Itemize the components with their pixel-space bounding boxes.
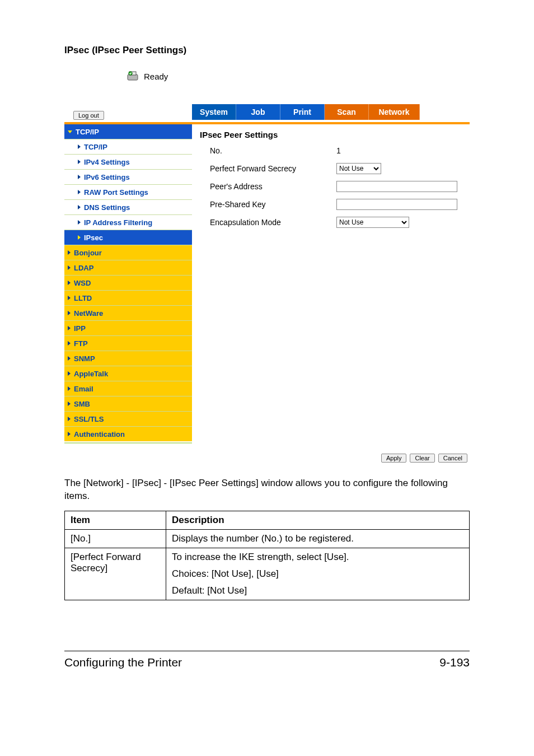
sidebar-item-authentication[interactable]: Authentication [64,426,192,441]
sidebar-sub-ipv6[interactable]: IPv6 Settings [64,169,192,184]
content-panel: IPsec Peer Settings No. 1 Perfect Forwar… [192,124,470,444]
chevron-right-icon [78,175,81,179]
chevron-right-icon [68,296,71,300]
chevron-right-icon [78,220,81,225]
table-cell-desc: To increase the IKE strength, select [Us… [166,548,470,600]
label-psk: Pre-Shared Key [200,200,336,209]
sidebar-item-label: Email [74,385,93,393]
desc-line: Default: [Not Use] [172,585,463,596]
cancel-button[interactable]: Cancel [438,454,467,463]
sidebar-item-lltd[interactable]: LLTD [64,290,192,305]
desc-line: To increase the IKE strength, select [Us… [172,552,463,563]
sidebar-item-label: IPsec [84,234,103,242]
footer-right: 9-193 [439,656,470,669]
sidebar-item-ldap[interactable]: LDAP [64,260,192,275]
tab-job[interactable]: Job [236,104,280,120]
table-header-description: Description [166,511,470,529]
sidebar-sub-ipsec[interactable]: IPsec [64,230,192,245]
sidebar-item-smb[interactable]: SMB [64,396,192,411]
sidebar-sub-rawport[interactable]: RAW Port Settings [64,184,192,199]
tab-system[interactable]: System [192,104,236,120]
chevron-right-icon [68,341,71,346]
status-bar: Ready [64,66,470,86]
sidebar-item-label: IP Address Filtering [84,218,152,227]
label-pfs: Perfect Forward Secrecy [200,164,336,173]
tab-scan[interactable]: Scan [325,104,369,120]
sidebar-item-label: LLTD [74,294,92,302]
chevron-right-icon [78,190,81,194]
tab-print[interactable]: Print [280,104,325,120]
sidebar-item-wsd[interactable]: WSD [64,275,192,290]
label-peer-address: Peer's Address [200,182,336,191]
chevron-right-icon [78,160,81,164]
sidebar-item-label: WSD [74,279,91,287]
label-encapsulation: Encapsulation Mode [200,218,336,227]
table-cell-item: [Perfect Forward Secrecy] [65,548,166,600]
table-row: [Perfect Forward Secrecy] To increase th… [65,548,470,600]
sidebar-item-label: AppleTalk [74,370,108,378]
section-title: IPsec (IPsec Peer Settings) [64,45,470,56]
printer-ready-icon [126,70,139,82]
app-window: Ready Log out System Job Print Scan Netw… [64,66,470,463]
input-peer-address[interactable] [336,181,457,192]
select-pfs[interactable]: Not Use [336,163,381,174]
sidebar-item-label: FTP [74,339,88,348]
chevron-right-icon [68,265,71,270]
sidebar-item-label: SNMP [74,354,95,363]
tab-network[interactable]: Network [369,104,420,120]
chevron-right-icon [68,326,71,330]
tab-bar: System Job Print Scan Network [192,104,420,120]
sidebar-item-label: LDAP [74,264,93,272]
clear-button[interactable]: Clear [410,454,434,463]
sidebar-sub-dns[interactable]: DNS Settings [64,199,192,214]
chevron-right-icon [68,402,71,406]
chevron-right-icon [68,281,71,285]
sidebar-item-email[interactable]: Email [64,381,192,396]
sidebar-item-snmp[interactable]: SNMP [64,351,192,366]
chevron-right-icon [78,205,81,209]
chevron-right-icon [68,386,71,391]
sidebar-item-label: SMB [74,400,90,408]
sidebar-item-bonjour[interactable]: Bonjour [64,245,192,260]
apply-button[interactable]: Apply [381,454,407,463]
table-header-item: Item [65,511,166,529]
value-no: 1 [336,146,341,155]
footer-left: Configuring the Printer [64,656,182,669]
sidebar-sub-ipfilter[interactable]: IP Address Filtering [64,214,192,230]
sidebar-item-netware[interactable]: NetWare [64,305,192,320]
sidebar-item-appletalk[interactable]: AppleTalk [64,366,192,381]
sidebar-item-label: DNS Settings [84,203,130,212]
sidebar-group-label: TCP/IP [76,128,99,136]
label-no: No. [200,146,336,155]
sidebar-item-label: RAW Port Settings [84,188,148,197]
sidebar-item-label: NetWare [74,309,103,318]
sidebar: TCP/IP TCP/IP IPv4 Settings IPv6 Setting… [64,124,192,444]
chevron-right-icon [68,356,71,361]
desc-line: Choices: [Not Use], [Use] [172,568,463,580]
logout-button[interactable]: Log out [73,111,104,120]
table-cell-desc: Displays the number (No.) to be register… [166,529,470,548]
sidebar-group-tcpip[interactable]: TCP/IP [64,124,192,139]
sidebar-item-label: IPv6 Settings [84,173,130,181]
sidebar-item-label: Bonjour [74,249,102,257]
input-psk[interactable] [336,199,457,210]
chevron-down-icon [68,130,72,133]
chevron-right-icon [68,432,71,436]
sidebar-item-ipp[interactable]: IPP [64,320,192,335]
button-bar: Apply Clear Cancel [64,454,470,463]
table-cell-item: [No.] [65,529,166,548]
sidebar-item-ftp[interactable]: FTP [64,335,192,351]
description-table: Item Description [No.] Displays the numb… [64,511,470,600]
caption-text: The [Network] - [IPsec] - [IPsec Peer Se… [64,477,470,503]
sidebar-item-ssltls[interactable]: SSL/TLS [64,411,192,426]
chevron-right-icon [68,311,71,315]
page-footer: Configuring the Printer 9-193 [64,651,470,669]
chevron-right-icon [68,250,71,255]
select-encapsulation[interactable]: Not Use [336,217,409,228]
chevron-right-icon [68,371,71,376]
sidebar-sub-tcpip[interactable]: TCP/IP [64,139,192,154]
sidebar-item-label: IPv4 Settings [84,158,130,166]
sidebar-item-label: SSL/TLS [74,415,104,423]
sidebar-sub-ipv4[interactable]: IPv4 Settings [64,154,192,169]
status-text: Ready [144,72,168,81]
